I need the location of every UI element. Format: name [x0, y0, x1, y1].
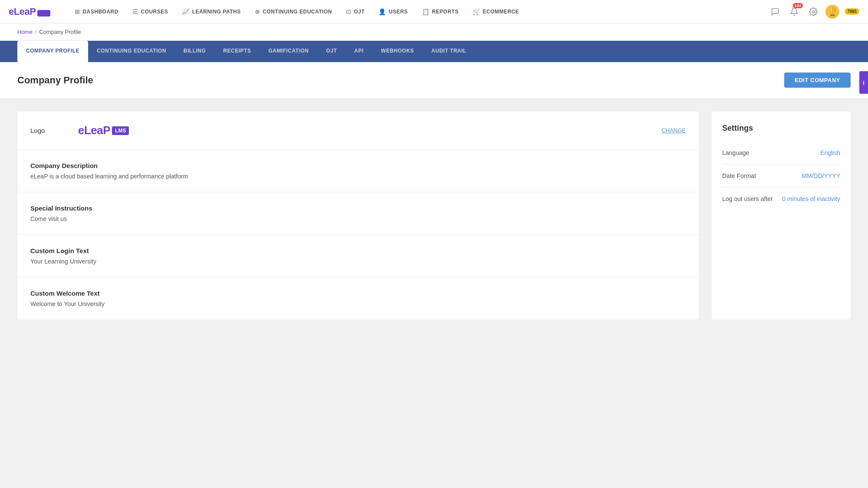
special-instructions-title: Special Instructions [30, 204, 686, 212]
logout-value: 0 minutes of inactivity [782, 195, 840, 202]
points-badge: 7995 [845, 8, 859, 15]
courses-icon: ☰ [132, 8, 138, 15]
page-header: Company Profile EDIT COMPANY [0, 62, 868, 99]
company-description-value: eLeaP is a cloud based learning and perf… [30, 173, 686, 180]
settings-icon[interactable] [806, 5, 820, 19]
nav-ecommerce[interactable]: 🛒 ECOMMERCE [466, 0, 526, 23]
logo-name: eLeaP [78, 124, 110, 137]
date-format-value: MM/DD/YYYY [802, 172, 840, 179]
special-instructions-value: Come visit us [30, 215, 686, 222]
logout-row: Log out users after 0 minutes of inactiv… [722, 188, 840, 210]
notification-icon[interactable]: 134 [787, 5, 801, 19]
nav-users[interactable]: 👤 USERS [372, 0, 414, 23]
tab-continuing-education[interactable]: CONTINUING EDUCATION [88, 41, 175, 62]
date-format-label: Date Format [722, 172, 756, 179]
date-format-row: Date Format MM/DD/YYYY [722, 165, 840, 188]
breadcrumb: Home / Company Profile [17, 29, 851, 35]
nav-ojt[interactable]: ⊡ OJT [339, 0, 372, 23]
tab-company-profile[interactable]: COMPANY PROFILE [17, 41, 88, 62]
ojt-icon: ⊡ [346, 8, 352, 15]
custom-login-section: Custom Login Text Your Learning Universi… [17, 235, 699, 277]
logo-text: eLeaPLMS [9, 6, 50, 17]
notification-badge: 134 [793, 3, 803, 8]
dashboard-icon: ⊞ [75, 8, 80, 15]
breadcrumb-bar: Home / Company Profile [0, 23, 868, 41]
company-description-title: Company Description [30, 162, 686, 169]
reports-icon: 📋 [422, 8, 430, 15]
custom-welcome-value: Welcome to Your University [30, 300, 686, 307]
breadcrumb-current: Company Profile [39, 29, 81, 35]
custom-login-value: Your Learning University [30, 258, 686, 265]
avatar[interactable]: 🏆 [825, 5, 839, 19]
nav-reports[interactable]: 📋 REPORTS [415, 0, 466, 23]
logout-label: Log out users after [722, 195, 773, 202]
nav-right: 134 🏆 7995 [768, 5, 859, 19]
svg-point-0 [812, 10, 814, 13]
chat-icon[interactable] [768, 5, 782, 19]
special-instructions-section: Special Instructions Come visit us [17, 192, 699, 235]
logo-lms: LMS [112, 126, 129, 135]
continuing-education-icon: ⊕ [255, 8, 260, 15]
logo-display: eLeaP LMS [78, 124, 129, 137]
sidebar-toggle[interactable]: i [859, 71, 868, 94]
left-panel: Logo eLeaP LMS CHANGE Company Descriptio… [17, 112, 699, 320]
logo[interactable]: eLeaPLMS [9, 6, 50, 17]
language-label: Language [722, 149, 749, 156]
lms-badge: LMS [37, 10, 50, 16]
custom-login-title: Custom Login Text [30, 247, 686, 254]
edit-company-button[interactable]: EDIT COMPANY [784, 73, 851, 88]
logo-label: Logo [30, 127, 65, 134]
breadcrumb-sep: / [35, 29, 37, 35]
page-title: Company Profile [17, 75, 93, 86]
nav-items: ⊞ DASHBOARD ☰ COURSES 📈 LEARNING PATHS ⊕… [68, 0, 768, 23]
custom-welcome-section: Custom Welcome Text Welcome to Your Univ… [17, 277, 699, 320]
tab-gamification[interactable]: GAMIFICATION [260, 41, 317, 62]
top-nav: eLeaPLMS ⊞ DASHBOARD ☰ COURSES 📈 LEARNIN… [0, 0, 868, 23]
main-content: Logo eLeaP LMS CHANGE Company Descriptio… [0, 99, 868, 333]
tab-api[interactable]: API [345, 41, 372, 62]
logo-section: Logo eLeaP LMS CHANGE [17, 112, 699, 150]
nav-learning-paths[interactable]: 📈 LEARNING PATHS [175, 0, 247, 23]
tab-billing[interactable]: BILLING [175, 41, 215, 62]
tab-webhooks[interactable]: WEBHOOKS [372, 41, 423, 62]
right-panel: Settings Language English Date Format MM… [712, 112, 851, 320]
nav-courses[interactable]: ☰ COURSES [125, 0, 175, 23]
tabs-bar: COMPANY PROFILE CONTINUING EDUCATION BIL… [0, 41, 868, 62]
tab-receipts[interactable]: RECEIPTS [214, 41, 260, 62]
tab-audit-trail[interactable]: AUDIT TRAIL [423, 41, 475, 62]
language-value: English [820, 149, 840, 156]
company-description-section: Company Description eLeaP is a cloud bas… [17, 150, 699, 192]
custom-welcome-title: Custom Welcome Text [30, 290, 686, 297]
language-row: Language English [722, 142, 840, 165]
ecommerce-icon: 🛒 [473, 8, 480, 15]
tab-ojt[interactable]: OJT [317, 41, 345, 62]
users-icon: 👤 [378, 8, 386, 15]
settings-title: Settings [722, 124, 840, 133]
nav-continuing-education[interactable]: ⊕ CONTINUING EDUCATION [248, 0, 339, 23]
change-logo-link[interactable]: CHANGE [661, 127, 686, 134]
nav-dashboard[interactable]: ⊞ DASHBOARD [68, 0, 125, 23]
breadcrumb-home[interactable]: Home [17, 29, 33, 35]
learning-paths-icon: 📈 [182, 8, 190, 15]
